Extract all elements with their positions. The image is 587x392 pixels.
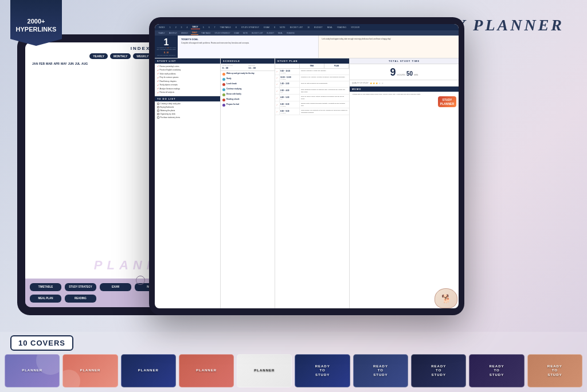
list-item: ✓Solve math problems <box>157 72 218 75</box>
nav-sticker[interactable]: STICKER <box>349 26 361 29</box>
list-item: ✓Read history chapters <box>157 80 218 83</box>
list-item: ✓Review yesterday's notes <box>157 65 218 68</box>
star-4: ★ <box>378 81 381 85</box>
schedule-dot <box>222 83 225 86</box>
schedule-dot <box>222 104 225 107</box>
cover-6[interactable]: READYTOSTUDY <box>295 354 350 387</box>
nav-reading[interactable]: READING <box>335 26 348 29</box>
screen-nav-primary: INDEX 1 2 3 4 DAILY 5 6 7 TIMETABLE 8 ST… <box>155 24 459 30</box>
quality-stars: ★ ★ ★ ★ ★ <box>370 81 383 85</box>
schedule-dot <box>222 78 225 81</box>
nav-budget[interactable]: BUDGET <box>312 26 324 29</box>
cover-4[interactable]: PLANNER <box>179 354 234 387</box>
nav-timetable[interactable]: TIMETABLE <box>218 26 233 29</box>
nav2-exam[interactable]: EXAM <box>233 32 240 35</box>
schedule-dot <box>222 99 225 101</box>
schedule-list: Wake up and get ready for the day Study <box>221 71 275 109</box>
nav-exam[interactable]: EXAM <box>262 26 271 29</box>
nav2-meal[interactable]: MEAL <box>277 32 284 35</box>
nav-pill-yearly[interactable]: YEARLY <box>89 53 108 59</box>
list-item: ✓Buying flashcards <box>157 106 218 108</box>
cover-3[interactable]: PLANNER <box>121 354 176 387</box>
wake-time: WAKE UP TIME 6 : 30 <box>222 65 247 69</box>
total-time-display: 9 HOURS 50 MIN <box>350 64 459 80</box>
nav2-monthly[interactable]: MONTHLY <box>168 32 178 35</box>
star-5: ★ <box>381 81 383 85</box>
right-column: TOTAL STUDY TIME 9 HOURS 50 MIN QUALITY … <box>350 58 459 308</box>
list-item: ✓Organizing my desk <box>157 113 218 115</box>
nav-4[interactable]: 4 <box>185 26 190 29</box>
todo-header: TO DO LIST <box>155 96 220 101</box>
nav-meal[interactable]: MEAL <box>326 26 335 29</box>
nav-7[interactable]: 7 <box>213 26 217 29</box>
nav-bucket[interactable]: BUCKET LIST <box>288 26 305 29</box>
schedule-column: SCHEDULE WAKE UP TIME 6 : 30 BEDTIME 11 … <box>221 58 275 308</box>
list-item: ✓Prep for science quizzes <box>157 76 218 79</box>
nav2-study-strategy[interactable]: STUDY-STRATEGY <box>214 32 232 35</box>
goal-block: TODAY'S GOAL Complete all assigned math … <box>178 36 319 58</box>
table-row: ✓ 10:30 ~ 12:001 hr 30min Prepare for an… <box>275 75 349 81</box>
covers-badge: 10 COVERS <box>10 335 73 351</box>
study-plan-header: STUDY PLAN <box>275 58 349 64</box>
nav2-note[interactable]: NOTE <box>242 32 249 35</box>
wake-row: WAKE UP TIME 6 : 30 BEDTIME 11 : 30 <box>221 64 275 71</box>
nav2-timetable[interactable]: TIMETABLE <box>200 32 212 35</box>
reading-btn[interactable]: READING <box>65 295 96 303</box>
sp-header-row: TIME PLAN <box>275 64 349 69</box>
nav-pill-monthly[interactable]: MONTHLY <box>110 53 131 59</box>
cover-8[interactable]: READYTOSTUDY <box>411 354 466 387</box>
nav-3[interactable]: 3 <box>179 26 184 29</box>
nav2-budget[interactable]: BUDGET <box>266 32 276 35</box>
min-label: MIN <box>414 73 418 76</box>
date-months-2: JUL AUG SEP OCT NOV DEC <box>156 49 175 50</box>
schedule-header: SCHEDULE <box>221 58 275 64</box>
list-item: ✓Study physics concepts <box>157 84 218 87</box>
cover-10[interactable]: READYTOSTUDY <box>527 354 582 387</box>
date-number: 1 <box>164 38 169 47</box>
list-item: Prepare for bed <box>222 103 273 107</box>
sp-plan-header: PLAN <box>324 64 349 68</box>
cover-2[interactable]: PLANNER <box>62 354 118 387</box>
star-3: ★ <box>375 81 378 85</box>
nav-1[interactable]: 1 <box>168 26 173 29</box>
home-circle[interactable] <box>136 276 145 285</box>
cat-image: 🐕 <box>435 288 457 308</box>
nav-daily[interactable]: DAILY <box>191 25 200 29</box>
cover-9[interactable]: READYTOSTUDY <box>469 354 524 387</box>
nav-index[interactable]: INDEX <box>157 26 167 29</box>
nav2-reading[interactable]: READING <box>285 32 296 35</box>
day-range: D - 50 <box>164 52 169 54</box>
screen-content: 1 JAN FEB MAR APR MAY JUN JUL AUG SEP OC… <box>155 36 459 308</box>
table-row: ✓ 2:00 ~ 4:002 hrs Read assigned chapter… <box>275 88 349 95</box>
cover-7[interactable]: READYTOSTUDY <box>353 354 408 387</box>
nav2-yearly[interactable]: YEARLY <box>157 32 166 35</box>
banner-text: 2000+ HYPERLINKS <box>16 13 57 34</box>
quality-label: QUALITY OF STUDY <box>352 82 369 84</box>
nav-study-strategy[interactable]: STUDY-STRATEGY <box>240 26 261 29</box>
list-item: ✓Review all subjects <box>157 91 218 94</box>
list-item: ✓Watering the plants <box>157 109 218 112</box>
nav-8[interactable]: 8 <box>234 26 238 29</box>
todo-list: ✓Creating a daily study plan ✓Buying fla… <box>155 101 220 308</box>
list-item: Wake up and get ready for the day <box>222 72 273 76</box>
memo-section: STUDYPLANNER I studied with my five-legg… <box>350 92 459 308</box>
nav-10[interactable]: 10 <box>306 26 311 29</box>
cover-5[interactable]: PLANNER <box>237 354 292 387</box>
days-row: SUN MON TUE WED THU FRI SAT <box>157 54 175 56</box>
schedule-dot <box>222 73 225 76</box>
nav-9[interactable]: 9 <box>272 26 277 29</box>
cover-1[interactable]: PLANNER <box>5 354 60 387</box>
list-item: Reading a book <box>222 98 273 101</box>
meal-plan-btn[interactable]: MEAL PLAN <box>30 295 61 303</box>
covers-row: PLANNER PLANNER PLANNER PLANNER PLANNER … <box>0 353 587 392</box>
list-item: ✓Practice English vocabulary <box>157 69 218 72</box>
nav-note[interactable]: NOTE <box>278 26 287 29</box>
total-study-header: TOTAL STUDY TIME <box>350 58 459 64</box>
nav2-weekly[interactable]: WEEKLY <box>180 32 189 35</box>
nav-2[interactable]: 2 <box>174 26 178 29</box>
nav2-daily[interactable]: DAILY <box>191 31 198 35</box>
nav-6[interactable]: 6 <box>207 26 212 29</box>
nav2-bucket-list[interactable]: BUCKET LIST <box>251 32 264 35</box>
bed-time: BEDTIME 11 : 30 <box>249 65 273 69</box>
nav-5[interactable]: 5 <box>201 26 206 29</box>
